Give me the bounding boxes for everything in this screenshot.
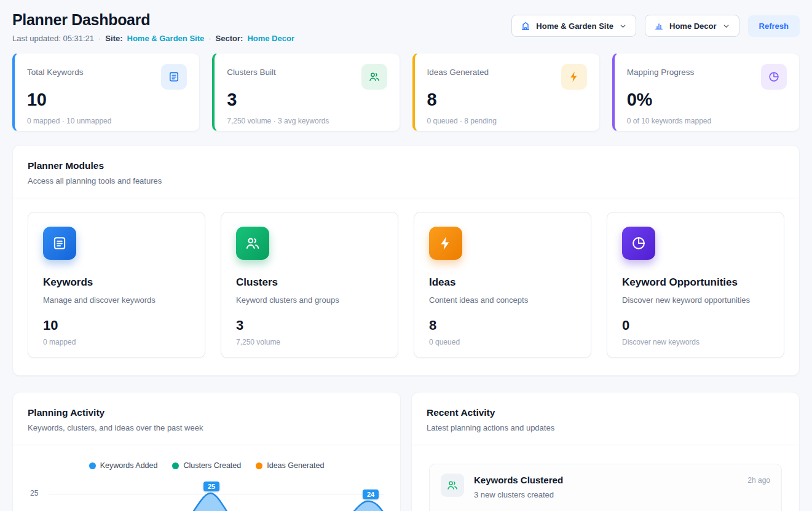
chevron-down-icon — [619, 22, 627, 30]
users-icon — [236, 227, 269, 260]
chart-legend: Keywords Added Clusters Created Ideas Ge… — [28, 461, 385, 470]
bottom-row: Planning Activity Keywords, clusters, an… — [12, 392, 800, 511]
module-title: Ideas — [429, 276, 576, 289]
module-title: Keywords — [43, 276, 190, 289]
recent-item-title: Keywords Clustered — [474, 474, 563, 485]
header-controls: Home & Garden Site Home Decor Refresh — [511, 15, 800, 37]
stat-label: Clusters Built — [227, 64, 276, 77]
legend-dot — [89, 462, 96, 469]
recent-item-time: 2h ago — [747, 474, 770, 485]
site-selector[interactable]: Home & Garden Site — [511, 15, 636, 37]
sector-label: Sector: — [216, 34, 243, 43]
bolt-icon — [429, 227, 462, 260]
point-label: 25 — [203, 482, 219, 491]
stat-card-clusters-built: Clusters Built 3 7,250 volume · 3 avg ke… — [212, 53, 400, 131]
pie-chart-icon — [622, 227, 655, 260]
stat-caption: 0 of 10 keywords mapped — [627, 117, 787, 125]
site-link[interactable]: Home & Garden Site — [127, 34, 205, 43]
panel-subtitle: Access all planning tools and features — [28, 176, 784, 185]
building-icon — [521, 21, 530, 31]
module-caption: Discover new keywords — [622, 338, 769, 346]
module-description: Manage and discover keywords — [43, 295, 190, 305]
planner-modules-panel: Planner Modules Access all planning tool… — [12, 145, 800, 376]
bolt-icon — [561, 64, 587, 90]
stats-row: Total Keywords 10 0 mapped · 10 unmapped… — [12, 53, 800, 131]
planning-activity-panel: Planning Activity Keywords, clusters, an… — [12, 392, 401, 511]
stat-label: Mapping Progress — [627, 64, 695, 77]
module-description: Content ideas and concepts — [429, 295, 576, 305]
y-axis-tick: 25 — [30, 489, 38, 497]
users-icon — [441, 474, 464, 497]
recent-panel-header: Recent Activity Latest planning actions … — [412, 392, 799, 445]
recent-activity-item: Keywords Clustered 3 new clusters create… — [429, 464, 782, 511]
pie-chart-icon — [761, 64, 787, 90]
module-caption: 0 mapped — [43, 338, 190, 346]
panel-subtitle: Latest planning actions and updates — [427, 423, 784, 432]
recent-item-text: Keywords Clustered 3 new clusters create… — [474, 474, 563, 499]
recent-activity-list: Keywords Clustered 3 new clusters create… — [412, 445, 799, 511]
module-card-keywords[interactable]: Keywords Manage and discover keywords 10… — [28, 212, 205, 358]
bar-chart-icon — [654, 21, 664, 31]
legend-label: Clusters Created — [183, 461, 241, 470]
stat-label: Total Keywords — [27, 64, 84, 77]
stat-caption: 0 mapped · 10 unmapped — [27, 117, 187, 125]
legend-item-clusters-created[interactable]: Clusters Created — [172, 461, 241, 470]
module-value: 10 — [43, 318, 190, 334]
legend-label: Ideas Generated — [267, 461, 324, 470]
header-meta: Last updated: 05:31:21 · Site: Home & Ga… — [12, 34, 294, 43]
document-icon — [161, 64, 187, 90]
module-card-ideas[interactable]: Ideas Content ideas and concepts 8 0 que… — [414, 212, 591, 358]
meta-separator: · — [98, 34, 101, 43]
document-icon — [43, 227, 76, 260]
module-description: Discover new keyword opportunities — [622, 295, 769, 305]
recent-item-description: 3 new clusters created — [474, 490, 563, 499]
site-label: Site: — [105, 34, 122, 43]
stat-value: 10 — [27, 90, 187, 110]
sector-link[interactable]: Home Decor — [247, 34, 294, 43]
site-selector-label: Home & Garden Site — [536, 21, 613, 31]
sector-selector[interactable]: Home Decor — [645, 15, 739, 37]
refresh-button[interactable]: Refresh — [748, 15, 800, 37]
stat-caption: 7,250 volume · 3 avg keywords — [227, 117, 387, 125]
stat-value: 8 — [427, 90, 587, 110]
meta-separator: · — [208, 34, 211, 43]
chevron-down-icon — [722, 22, 730, 30]
module-title: Clusters — [236, 276, 383, 289]
sector-selector-label: Home Decor — [669, 21, 717, 31]
stat-value: 0% — [627, 90, 787, 110]
recent-activity-panel: Recent Activity Latest planning actions … — [411, 392, 800, 511]
module-title: Keyword Opportunities — [622, 276, 769, 289]
users-icon — [361, 64, 387, 90]
module-caption: 7,250 volume — [236, 338, 383, 346]
area-chart: 25 25 24 — [28, 481, 385, 511]
module-value: 8 — [429, 318, 576, 334]
module-card-clusters[interactable]: Clusters Keyword clusters and groups 3 7… — [221, 212, 398, 358]
last-updated-text: Last updated: 05:31:21 — [12, 34, 94, 43]
legend-item-ideas-generated[interactable]: Ideas Generated — [256, 461, 324, 470]
header-left: Planner Dashboard Last updated: 05:31:21… — [12, 11, 294, 43]
stat-card-ideas-generated: Ideas Generated 8 0 queued · 8 pending — [412, 53, 600, 131]
modules-grid: Keywords Manage and discover keywords 10… — [13, 198, 799, 375]
legend-dot — [256, 462, 262, 469]
module-value: 3 — [236, 318, 383, 334]
module-value: 0 — [622, 318, 769, 334]
page-header: Planner Dashboard Last updated: 05:31:21… — [12, 11, 800, 43]
panel-title: Recent Activity — [427, 407, 784, 418]
stat-card-mapping-progress: Mapping Progress 0% 0 of 10 keywords map… — [612, 53, 800, 131]
page-title: Planner Dashboard — [12, 11, 294, 29]
module-description: Keyword clusters and groups — [236, 295, 383, 305]
stat-card-total-keywords: Total Keywords 10 0 mapped · 10 unmapped — [12, 53, 200, 131]
stat-label: Ideas Generated — [427, 64, 489, 77]
point-label: 24 — [363, 490, 379, 499]
module-card-keyword-opportunities[interactable]: Keyword Opportunities Discover new keywo… — [607, 212, 784, 358]
activity-chart-body: Keywords Added Clusters Created Ideas Ge… — [13, 445, 400, 511]
panel-title: Planning Activity — [28, 407, 385, 418]
planner-dashboard-page: Planner Dashboard Last updated: 05:31:21… — [0, 0, 812, 511]
module-caption: 0 queued — [429, 338, 576, 346]
stat-caption: 0 queued · 8 pending — [427, 117, 587, 125]
panel-subtitle: Keywords, clusters, and ideas over the p… — [28, 423, 385, 432]
legend-item-keywords-added[interactable]: Keywords Added — [89, 461, 158, 470]
legend-label: Keywords Added — [100, 461, 158, 470]
activity-panel-header: Planning Activity Keywords, clusters, an… — [13, 392, 400, 445]
stat-value: 3 — [227, 90, 387, 110]
